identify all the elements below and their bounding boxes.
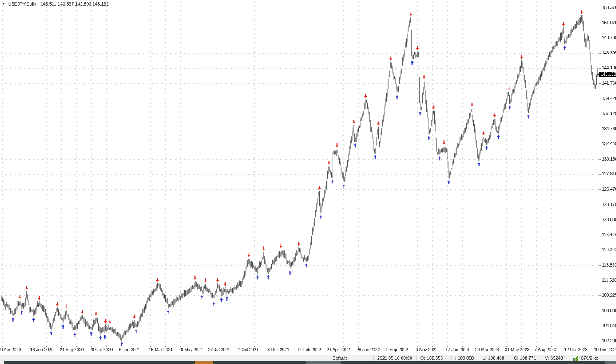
open-label: O:	[420, 355, 425, 361]
taskbar-right-segment[interactable]	[605, 361, 616, 364]
time-axis-label: 1 Oct 2021	[238, 347, 259, 353]
volume-label: V:	[545, 355, 549, 361]
status-profile[interactable]: Default	[329, 355, 373, 361]
status-bar-spacer	[0, 355, 329, 361]
time-axis-label: 28 Jun 2022	[356, 347, 380, 353]
traffic-label: 676/2 kb	[581, 355, 598, 361]
high-label: H:	[451, 355, 456, 361]
chart-ohlc-readout: 143.511 143.567 142.803 143.132	[40, 1, 109, 6]
high-value: 109.058	[458, 355, 474, 361]
connection-bars-icon	[573, 355, 578, 361]
status-close: C:108.771	[510, 355, 541, 361]
price-axis-label: 116.200	[602, 247, 616, 252]
price-axis-label: 104.545	[602, 323, 616, 328]
time-axis-label: 8 Dec 2021	[267, 347, 289, 353]
price-axis-label: 148.735	[602, 35, 616, 40]
status-bar-datetime: 2021.05.10 00:00	[373, 355, 416, 361]
price-axis-label: 139.420	[602, 96, 616, 101]
time-axis-label: 12 Oct 2023	[564, 347, 587, 353]
taskbar-strip[interactable]	[0, 361, 616, 364]
status-connection[interactable]: 676/2 kb	[569, 355, 616, 361]
taskbar-light-segment[interactable]	[306, 361, 341, 364]
volume-value: 69243	[551, 355, 563, 361]
mt4-chart-window: ▼ USDJPY,Daily 143.511 143.567 142.803 1…	[0, 0, 616, 364]
price-axis-label: 106.885	[602, 308, 616, 313]
taskbar-accent-segment[interactable]	[195, 361, 213, 364]
profile-label: Default	[333, 355, 347, 361]
time-axis-label: 27 Jul 2021	[208, 347, 230, 353]
time-axis-label: 7 Aug 2023	[535, 347, 556, 353]
close-label: C:	[514, 355, 518, 361]
status-low: L:108.468	[479, 355, 510, 361]
price-axis-label: 132.445	[602, 141, 616, 146]
time-axis-label: 19 Dec 2023	[594, 347, 616, 353]
status-open: O:108.555	[416, 355, 448, 361]
status-high: H:109.058	[448, 355, 479, 361]
time-axis-label: 16 Jun 2020	[30, 347, 54, 353]
time-axis-label: 28 Oct 2020	[90, 347, 113, 353]
current-price-tag: 143.132	[599, 72, 616, 77]
time-axis-label: 6 Jan 2021	[119, 347, 140, 353]
price-axis-label: 130.150	[602, 157, 616, 162]
time-axis-label: 15 Mar 2021	[149, 347, 173, 353]
price-axis-label: 120.835	[602, 217, 616, 222]
price-axis-label: 144.100	[602, 66, 616, 71]
chart-title: ▼ USDJPY,Daily 143.511 143.567 142.803 1…	[2, 1, 109, 6]
time-axis-label: 17 Jan 2023	[445, 347, 469, 353]
time-axis-label: 20 May 2021	[179, 347, 203, 353]
open-value: 108.555	[427, 355, 443, 361]
price-axis-label: 153.370	[602, 5, 616, 10]
price-axis-label: 146.395	[602, 51, 616, 56]
price-axis-label: 134.785	[602, 126, 616, 132]
close-value: 108.771	[520, 355, 536, 361]
time-axis-label: 9 Apr 2020	[0, 347, 21, 353]
price-axis-label: 109.225	[602, 293, 616, 298]
symbol-dropdown-icon[interactable]: ▼	[2, 2, 6, 6]
price-chart-canvas[interactable]	[0, 0, 616, 355]
taskbar-notch	[0, 361, 4, 364]
time-axis-label: 24 Mar 2023	[475, 347, 499, 353]
price-axis-label: 151.075	[602, 20, 616, 26]
bar-datetime-label: 2021.05.10 00:00	[377, 355, 412, 361]
time-axis-label: 2 Sep 2022	[386, 347, 408, 353]
status-volume: V:69243	[541, 355, 569, 361]
status-bar: Default 2021.05.10 00:00 O:108.555 H:109…	[0, 355, 616, 361]
price-axis-label: 123.175	[602, 202, 616, 207]
time-axis-label: 21 Apr 2022	[327, 347, 350, 353]
time-axis-label: 21 Aug 2020	[60, 347, 84, 353]
price-axis-label: 125.470	[602, 187, 616, 192]
chart-symbol-label: USDJPY,Daily	[8, 1, 36, 6]
low-value: 108.468	[488, 355, 504, 361]
time-axis-label: 9 Nov 2022	[416, 347, 437, 353]
price-axis-label: 118.495	[602, 232, 616, 238]
price-axis-label: 127.810	[602, 172, 616, 177]
price-axis-label: 113.860	[602, 263, 616, 268]
time-axis-label: 14 Feb 2022	[297, 347, 321, 353]
price-axis-label: 102.205	[602, 338, 616, 344]
time-axis-label: 31 May 2023	[505, 347, 529, 353]
low-label: L:	[483, 355, 486, 361]
current-price-value: 143.132	[601, 72, 616, 77]
price-axis-label: 111.520	[602, 278, 616, 283]
price-axis-label: 137.125	[602, 111, 616, 116]
price-axis-label: 141.760	[602, 81, 616, 86]
